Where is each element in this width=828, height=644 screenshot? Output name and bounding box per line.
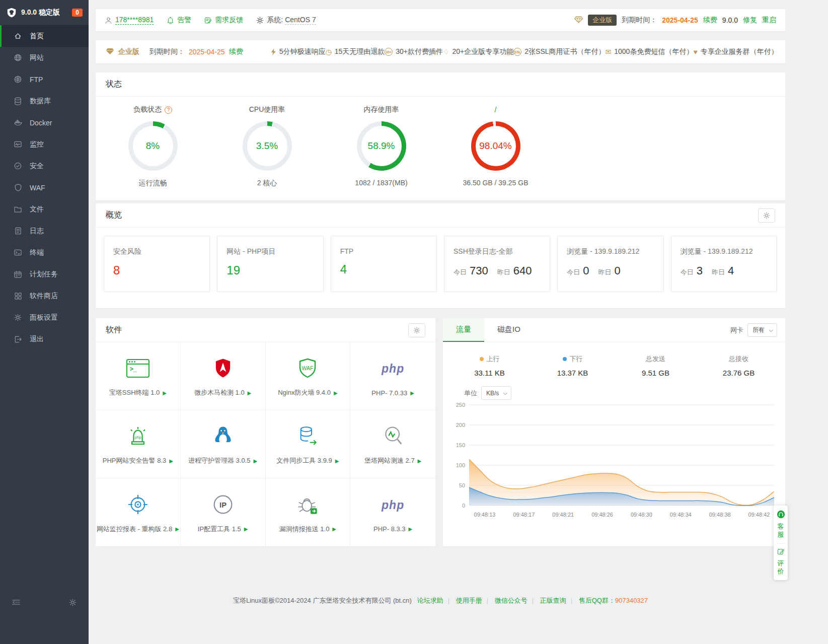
sidebar-item-waf[interactable]: WAF xyxy=(0,177,89,198)
stat-card-security-risk[interactable]: 安全风险 8 xyxy=(104,236,210,292)
traffic-chart-area: 05010015020025009:48:1309:48:1709:48:210… xyxy=(443,401,785,523)
expire-date: 2025-04-25 xyxy=(662,16,698,24)
feature-service-group[interactable]: ♥专享企业服务群（年付） xyxy=(693,47,778,56)
software-tile-vuln-push[interactable]: 漏洞情报推送 1.0▶ xyxy=(266,478,351,546)
sidebar-item-settings[interactable]: 面板设置 xyxy=(0,307,89,328)
feature-plugins[interactable]: 30+30+款付费插件 xyxy=(385,47,443,56)
chevron-down-icon xyxy=(503,391,507,395)
sidebar-item-database[interactable]: 数据库 xyxy=(0,90,89,112)
play-icon: ▶ xyxy=(244,526,248,532)
software-tile-php8[interactable]: php PHP- 8.3.3▶ xyxy=(350,478,435,546)
restart-link[interactable]: 重启 xyxy=(762,16,776,25)
svg-text:09:48:34: 09:48:34 xyxy=(670,512,692,518)
sidebar-gear-icon[interactable] xyxy=(69,599,77,608)
panel-version-link[interactable]: 9.0.0 xyxy=(722,16,738,24)
feature-ssl[interactable]: SSL2张SSL商用证书（年付） xyxy=(513,47,605,56)
sidebar-item-cron[interactable]: 计划任务 xyxy=(0,263,89,285)
alarm-link[interactable]: 告警 xyxy=(167,16,191,25)
software-tile-file-sync[interactable]: 文件同步工具 3.9.9▶ xyxy=(266,410,351,478)
feature-response[interactable]: 5分钟极速响应 xyxy=(271,47,326,56)
software-tile-monitor-report[interactable]: 网站监控报表 - 重构版 2.8▶ xyxy=(96,478,181,546)
customer-service-button[interactable]: 客服 xyxy=(778,523,784,539)
rate-edit-icon[interactable] xyxy=(777,548,785,557)
footer-link-manual[interactable]: 使用手册 xyxy=(456,597,482,604)
sidebar: 9.0.0 稳定版 0 首页 网站 FTP 数据库 Docker 监控 xyxy=(0,0,89,644)
copyright-text: 宝塔Linux面板©2014-2024 广东堡塔安全技术有限公司 (bt.cn) xyxy=(233,597,412,604)
stat-card-ssh-log[interactable]: SSH登录日志-全部 今日730 昨日640 xyxy=(444,236,550,292)
nic-select[interactable]: 所有 xyxy=(747,323,777,337)
feedback-link[interactable]: 需求反馈 xyxy=(204,16,243,25)
target-icon xyxy=(128,491,148,518)
svg-text:50: 50 xyxy=(459,482,465,488)
help-icon[interactable]: ? xyxy=(165,106,172,114)
software-tile-trojan-detect[interactable]: 微步木马检测 1.0▶ xyxy=(181,342,266,410)
software-tile-php7[interactable]: php PHP- 7.0.33▶ xyxy=(350,342,435,410)
sidebar-item-terminal[interactable]: 终端 xyxy=(0,242,89,263)
baota-logo-shield-icon xyxy=(6,7,17,18)
play-icon: ▶ xyxy=(248,390,252,396)
unit-select[interactable]: KB/s xyxy=(481,386,511,400)
svg-text:php: php xyxy=(134,435,141,440)
banner-features: 5分钟极速响应 ◷15天无理由退款 30+30+款付费插件 ♢20+企业版专享功… xyxy=(271,47,778,56)
gauges-row: 负载状态? 8% 运行流畅 CPU使用率 3.5% 2 核心 内存使用率 58.… xyxy=(96,97,785,188)
tab-traffic[interactable]: 流量 xyxy=(443,318,484,342)
stat-card-websites[interactable]: 网站 - PHP项目 19 xyxy=(217,236,323,292)
sidebar-item-security[interactable]: 安全 xyxy=(0,155,89,177)
renew-link[interactable]: 续费 xyxy=(703,16,717,25)
user-account[interactable]: 178****8981 xyxy=(105,16,154,25)
globe-transfer-icon xyxy=(14,76,22,83)
stat-card-ftp[interactable]: FTP 4 xyxy=(331,236,437,292)
sidebar-item-files[interactable]: 文件 xyxy=(0,198,89,220)
software-tile-ssh-terminal[interactable]: >_ 宝塔SSH终端 1.0▶ xyxy=(96,342,181,410)
software-tile-process-guard[interactable]: 进程守护管理器 3.0.5▶ xyxy=(181,410,266,478)
rate-button[interactable]: 评价 xyxy=(778,559,784,576)
collapse-sidebar-icon[interactable] xyxy=(12,599,20,608)
sidebar-item-website[interactable]: 网站 xyxy=(0,47,89,68)
floating-widget: 客服 评价 xyxy=(774,506,788,580)
software-tile-speed-test[interactable]: 堡塔网站测速 2.7▶ xyxy=(350,410,435,478)
svg-text:100: 100 xyxy=(456,462,465,468)
ssl-icon: SSL xyxy=(513,48,521,56)
monitor-icon xyxy=(14,141,22,148)
footer-link-qq[interactable]: 售后QQ群： xyxy=(579,597,615,604)
feature-sms[interactable]: ✉1000条免费短信（年付） xyxy=(606,47,694,56)
software-tile-nginx-waf[interactable]: WAF Nginx防火墙 9.4.0▶ xyxy=(266,342,351,410)
svg-text:150: 150 xyxy=(456,442,465,448)
status-title: 状态 xyxy=(96,73,785,97)
feature-refund[interactable]: ◷15天无理由退款 xyxy=(325,47,385,56)
main-content: 178****8981 告警 需求反馈 系统: CentOS 7 企业版 到期时… xyxy=(89,0,828,644)
software-settings-gear-icon[interactable] xyxy=(408,323,425,337)
software-grid: >_ 宝塔SSH终端 1.0▶ 微步木马检测 1.0▶ WAF Nginx防火墙… xyxy=(96,342,435,546)
repair-link[interactable]: 修复 xyxy=(743,16,757,25)
sidebar-item-docker[interactable]: Docker xyxy=(0,112,89,133)
sidebar-item-home[interactable]: 首页 xyxy=(0,25,89,47)
edition-badge[interactable]: 企业版 xyxy=(588,15,617,26)
software-tile-php-alarm[interactable]: php PHP网站安全告警 8.3▶ xyxy=(96,410,181,478)
database-icon xyxy=(14,97,22,105)
footer-link-forum[interactable]: 论坛求助 xyxy=(417,597,443,604)
sidebar-item-logs[interactable]: 日志 xyxy=(0,220,89,242)
sidebar-item-monitor[interactable]: 监控 xyxy=(0,133,89,155)
tab-disk-io[interactable]: 磁盘IO xyxy=(484,318,534,342)
sidebar-item-ftp[interactable]: FTP xyxy=(0,68,89,90)
customer-service-icon[interactable] xyxy=(777,510,785,520)
software-tile-ip-tool[interactable]: IP IP配置工具 1.5▶ xyxy=(181,478,266,546)
overview-settings-gear-icon[interactable] xyxy=(758,208,775,223)
svg-text:200: 200 xyxy=(456,422,465,428)
sidebar-item-logout[interactable]: 退出 xyxy=(0,328,89,350)
footer-link-wechat[interactable]: 微信公众号 xyxy=(495,597,528,604)
system-os[interactable]: 系统: CentOS 7 xyxy=(256,16,316,25)
alarm-bell-icon xyxy=(167,17,174,24)
svg-text:09:48:21: 09:48:21 xyxy=(552,512,574,518)
sidebar-item-appstore[interactable]: 软件商店 xyxy=(0,285,89,307)
notification-badge[interactable]: 0 xyxy=(72,9,83,17)
gauge-disk-root[interactable]: / 98.04% 36.50 GB / 39.25 GB xyxy=(438,105,553,188)
overview-grid: 安全风险 8 网站 - PHP项目 19 FTP 4 SSH登录日志-全部 今日… xyxy=(96,228,785,300)
load-gauge-ring: 8% xyxy=(128,121,178,171)
feature-functions[interactable]: ♢20+企业版专享功能 xyxy=(443,47,513,56)
banner-renew-link[interactable]: 续费 xyxy=(229,47,243,56)
stat-card-pageviews-1[interactable]: 浏览量 - 139.9.189.212 今日0 昨日0 xyxy=(557,236,663,292)
enterprise-banner: 企业版 到期时间： 2025-04-25 续费 5分钟极速响应 ◷15天无理由退… xyxy=(96,40,785,63)
stat-card-pageviews-2[interactable]: 浏览量 - 139.9.189.212 今日3 昨日4 xyxy=(671,236,777,292)
footer-link-license[interactable]: 正版查询 xyxy=(540,597,566,604)
